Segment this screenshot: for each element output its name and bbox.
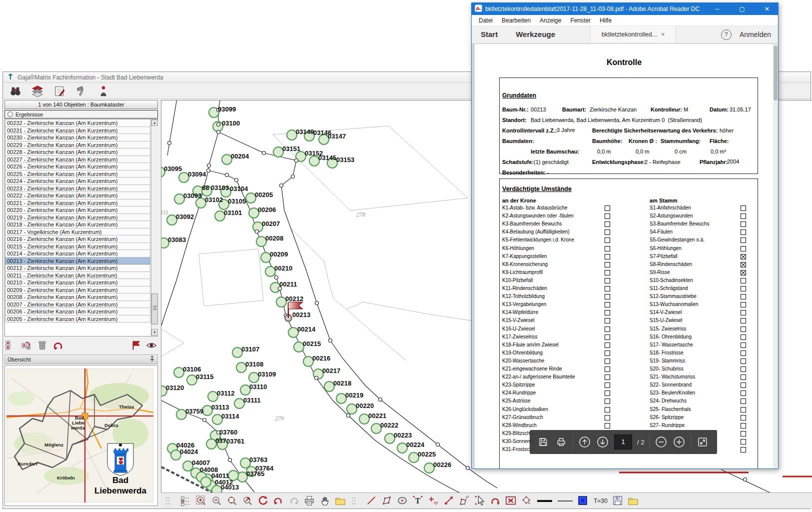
checkbox[interactable] [741, 366, 746, 372]
checkbox[interactable] [741, 286, 746, 292]
tree-point[interactable] [215, 211, 225, 221]
tab-start[interactable]: Start [472, 26, 507, 43]
checkbox[interactable] [741, 278, 746, 284]
tree-point[interactable] [174, 368, 184, 378]
close-button[interactable]: ✕ [756, 3, 778, 15]
reload-selection-icon[interactable] [20, 340, 32, 352]
zoom-prev-icon[interactable] [241, 494, 254, 508]
list-item[interactable]: 00222 - Zierkirsche Kanzan (Am Kurzentru… [5, 192, 150, 200]
checkbox[interactable] [741, 206, 746, 211]
draw-polygon-icon[interactable] [381, 494, 394, 508]
tree-point[interactable] [212, 414, 222, 424]
list-item[interactable]: 00220 - Zierkirsche Kanzan (Am Kurzentru… [5, 206, 150, 214]
menu-hilfe[interactable]: Hilfe [600, 17, 612, 24]
checkbox-checked[interactable] [741, 270, 746, 276]
checkbox-checked[interactable] [741, 254, 746, 260]
zoom-in-icon[interactable] [195, 494, 208, 508]
trash-icon[interactable] [36, 340, 48, 352]
tree-point[interactable] [371, 424, 381, 434]
checkbox[interactable] [605, 342, 610, 348]
checkbox[interactable] [741, 431, 746, 436]
maximize-button[interactable]: ▢ [731, 3, 753, 15]
list-item[interactable]: 00219 - Zierkirsche Kanzan (Am Kurzentru… [5, 214, 150, 222]
checkbox[interactable] [741, 334, 746, 340]
list-item[interactable]: 00223 - Zierkirsche Kanzan (Am Kurzentru… [5, 185, 150, 192]
checkbox[interactable] [605, 286, 610, 292]
checkbox-checked[interactable] [741, 262, 746, 268]
tree-point[interactable] [249, 208, 259, 218]
checkbox[interactable] [741, 238, 746, 243]
tree-point[interactable] [397, 443, 407, 453]
list-item[interactable]: 00213 - Zierkirsche Kanzan (Am Kurzentru… [5, 258, 150, 265]
list-item[interactable]: 00209 - Zierkirsche Kanzan (Am Kurzentru… [5, 286, 150, 294]
menu-fenster[interactable]: Fenster [570, 17, 591, 24]
zoom-out-icon[interactable] [655, 436, 668, 448]
tree-point[interactable] [206, 439, 216, 449]
tree-point[interactable] [176, 410, 186, 420]
list-item[interactable]: 00206 - Zierkirsche Kanzan (Am Kurzentru… [5, 308, 150, 316]
hammer-icon[interactable] [74, 84, 89, 98]
checkbox[interactable] [605, 270, 610, 276]
minimize-button[interactable]: ─ [706, 3, 728, 15]
checkbox[interactable] [605, 374, 610, 380]
checkbox[interactable] [741, 342, 746, 348]
redo-icon[interactable] [288, 494, 301, 508]
tree-point[interactable] [359, 414, 369, 424]
list-item[interactable]: 00215 - Zierkirsche Kanzan (Am Kurzentru… [5, 243, 150, 250]
tree-point[interactable] [324, 382, 334, 392]
checkbox[interactable] [605, 238, 610, 243]
checkbox[interactable] [741, 214, 746, 219]
list-item[interactable]: 00229 - Zierkirsche Kanzan (Am Kurzentru… [5, 142, 150, 149]
tree-point[interactable] [249, 372, 259, 382]
list-item[interactable]: 00217 - Vogelkirsche (Am Kurzentrum) [5, 228, 150, 236]
checkbox[interactable] [605, 398, 610, 404]
tree-point[interactable] [183, 461, 193, 471]
flag-icon[interactable] [130, 340, 142, 352]
rotate-icon[interactable] [489, 494, 502, 508]
tree-point[interactable] [256, 236, 266, 246]
refresh-icon[interactable] [257, 494, 270, 508]
person-icon[interactable] [96, 84, 111, 98]
list-item[interactable]: 00230 - Zierkirsche Kanzan (Am Kurzentru… [5, 134, 150, 142]
tree-point[interactable] [276, 297, 286, 307]
checkbox[interactable] [741, 390, 746, 396]
undo-icon[interactable] [272, 494, 285, 508]
layers-icon[interactable] [30, 84, 45, 98]
checkbox[interactable] [605, 358, 610, 364]
checkbox[interactable] [605, 407, 610, 412]
tree-point[interactable] [273, 147, 283, 157]
overview-map[interactable]: TheisaDobraMöglenzBurxdorfKröbelnBadLieb… [6, 368, 153, 502]
tree-point[interactable] [309, 156, 319, 166]
list-item[interactable]: 00210 - Zierkirsche Kanzan (Am Kurzentru… [5, 279, 150, 286]
tree-point[interactable] [232, 348, 242, 358]
tree-point[interactable] [234, 398, 244, 408]
list-item[interactable]: 00218 - Zierkirsche Kanzan (Am Kurzentru… [5, 221, 150, 228]
checkbox[interactable] [605, 350, 610, 356]
tree-point[interactable] [424, 463, 434, 473]
list-item[interactable]: 00211 - Zierkirsche Kanzan (Am Kurzentru… [5, 272, 150, 280]
list-item[interactable]: 00208 - Zierkirsche Kanzan (Am Kurzentru… [5, 294, 150, 301]
checkbox[interactable] [741, 318, 746, 324]
pin-icon[interactable] [149, 356, 155, 363]
list-scrollbar[interactable]: ▲ ▼ [151, 120, 158, 336]
save-icon[interactable] [537, 436, 550, 448]
draw-text-icon[interactable]: T [412, 494, 425, 508]
checkbox[interactable] [741, 302, 746, 308]
tree-point[interactable] [246, 193, 256, 203]
checkbox[interactable] [741, 415, 746, 420]
checkbox[interactable] [741, 246, 746, 252]
pan-icon[interactable] [319, 494, 332, 508]
tree-point[interactable] [167, 215, 177, 225]
page-number-input[interactable]: 1 [614, 434, 632, 450]
next-page-icon[interactable] [596, 436, 609, 448]
checkbox[interactable] [741, 230, 746, 235]
point-xy-icon[interactable]: xy [427, 494, 440, 508]
folder-icon[interactable] [627, 494, 640, 508]
area-measure-icon[interactable]: x² [458, 494, 471, 508]
list-item[interactable]: 00224 - Zierkirsche Kanzan (Am Kurzentru… [5, 178, 150, 185]
checkbox[interactable] [605, 415, 610, 420]
tree-point[interactable] [202, 406, 212, 416]
delete-obj-icon[interactable] [505, 494, 518, 508]
checkbox[interactable] [605, 334, 610, 340]
tab-document[interactable]: bktletztekontrolled... × [590, 26, 676, 43]
